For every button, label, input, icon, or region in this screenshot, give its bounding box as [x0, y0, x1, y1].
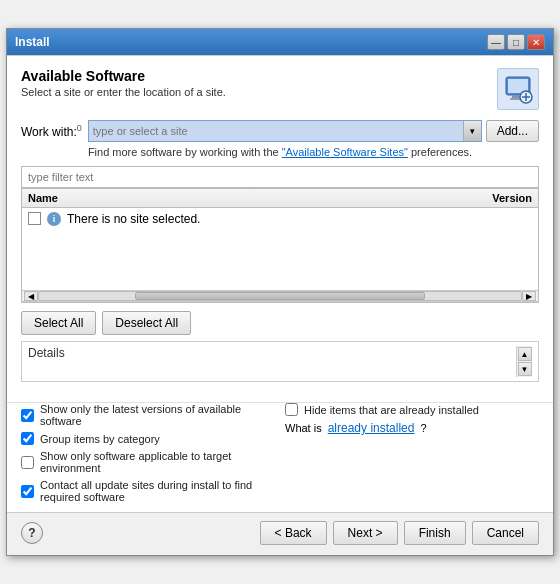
opt2-checkbox[interactable] — [21, 432, 34, 445]
option-row-4: Contact all update sites during install … — [21, 479, 275, 503]
monitor-icon — [502, 73, 534, 105]
opt4-checkbox[interactable] — [21, 485, 34, 498]
install-window: Install — □ ✕ Available Software Select … — [6, 28, 554, 556]
bottom-bar: ? < Back Next > Finish Cancel — [7, 512, 553, 555]
title-bar-buttons: — □ ✕ — [487, 34, 545, 50]
no-site-message: There is no site selected. — [67, 212, 200, 226]
scroll-left-button[interactable]: ◀ — [24, 291, 38, 301]
already-installed-suffix: ? — [420, 422, 426, 434]
find-more-text-before: Find more software by working with the — [88, 146, 282, 158]
next-button[interactable]: Next > — [333, 521, 398, 545]
back-button[interactable]: < Back — [260, 521, 327, 545]
work-with-row: Work with:0 ▼ Add... — [21, 120, 539, 142]
details-section: Details ▲ ▼ — [21, 341, 539, 382]
software-icon — [497, 68, 539, 110]
title-bar: Install — □ ✕ — [7, 29, 553, 55]
site-input-wrapper: ▼ Add... — [88, 120, 539, 142]
details-scroll-up[interactable]: ▲ — [518, 347, 532, 361]
filter-input[interactable] — [21, 166, 539, 188]
find-more-text-after: preferences. — [408, 146, 472, 158]
page-subtitle: Select a site or enter the location of a… — [21, 86, 226, 98]
scrollbar-track[interactable] — [38, 291, 522, 301]
window-title: Install — [15, 35, 50, 49]
cancel-button[interactable]: Cancel — [472, 521, 539, 545]
software-table: Name Version i There is no site selected… — [21, 188, 539, 303]
maximize-button[interactable]: □ — [507, 34, 525, 50]
close-button[interactable]: ✕ — [527, 34, 545, 50]
scrollbar-thumb[interactable] — [135, 292, 424, 300]
col-version-header: Version — [452, 192, 532, 204]
add-button[interactable]: Add... — [486, 120, 539, 142]
option-row-3: Show only software applicable to target … — [21, 450, 275, 474]
section-header: Available Software Select a site or ente… — [21, 68, 539, 110]
minimize-button[interactable]: — — [487, 34, 505, 50]
details-label: Details — [28, 346, 65, 360]
details-scroll-down[interactable]: ▼ — [518, 362, 532, 376]
header-text: Available Software Select a site or ente… — [21, 68, 226, 98]
option-row-5: Hide items that are already installed — [285, 403, 539, 416]
col-name-header: Name — [28, 192, 452, 204]
row-checkbox[interactable] — [28, 212, 41, 225]
already-installed-row: What is already installed? — [285, 421, 539, 435]
help-button[interactable]: ? — [21, 522, 43, 544]
scroll-right-button[interactable]: ▶ — [522, 291, 536, 301]
work-with-label: Work with:0 — [21, 123, 82, 139]
select-buttons-row: Select All Deselect All — [21, 311, 539, 335]
finish-button[interactable]: Finish — [404, 521, 466, 545]
main-content: Available Software Select a site or ente… — [7, 55, 553, 402]
opt4-label: Contact all update sites during install … — [40, 479, 275, 503]
options-two-col: Show only the latest versions of availab… — [21, 403, 539, 508]
combo-dropdown-arrow[interactable]: ▼ — [463, 121, 481, 141]
already-installed-link[interactable]: already installed — [328, 421, 415, 435]
select-all-button[interactable]: Select All — [21, 311, 96, 335]
opt5-label: Hide items that are already installed — [304, 404, 479, 416]
opt3-checkbox[interactable] — [21, 456, 34, 469]
horizontal-scrollbar[interactable]: ◀ ▶ — [22, 290, 538, 302]
find-more-row: Find more software by working with the "… — [21, 146, 539, 158]
opt1-label: Show only the latest versions of availab… — [40, 403, 275, 427]
table-row: i There is no site selected. — [22, 208, 538, 288]
details-scrollbar: ▲ ▼ — [516, 346, 532, 377]
options-col-left: Show only the latest versions of availab… — [21, 403, 275, 508]
opt5-checkbox[interactable] — [285, 403, 298, 416]
table-header: Name Version — [22, 189, 538, 208]
page-title: Available Software — [21, 68, 226, 84]
option-row-2: Group items by category — [21, 432, 275, 445]
deselect-all-button[interactable]: Deselect All — [102, 311, 191, 335]
table-body: i There is no site selected. — [22, 208, 538, 290]
already-installed-prefix: What is — [285, 422, 322, 434]
opt1-checkbox[interactable] — [21, 409, 34, 422]
options-col-right: Hide items that are already installed Wh… — [285, 403, 539, 508]
available-software-sites-link[interactable]: "Available Software Sites" — [282, 146, 408, 158]
nav-buttons: < Back Next > Finish Cancel — [260, 521, 539, 545]
opt2-label: Group items by category — [40, 433, 160, 445]
info-icon: i — [47, 212, 61, 226]
site-input[interactable] — [89, 121, 463, 141]
work-with-superscript: 0 — [77, 123, 82, 133]
site-combo[interactable]: ▼ — [88, 120, 482, 142]
option-row-1: Show only the latest versions of availab… — [21, 403, 275, 427]
opt3-label: Show only software applicable to target … — [40, 450, 275, 474]
options-section: Show only the latest versions of availab… — [7, 402, 553, 512]
